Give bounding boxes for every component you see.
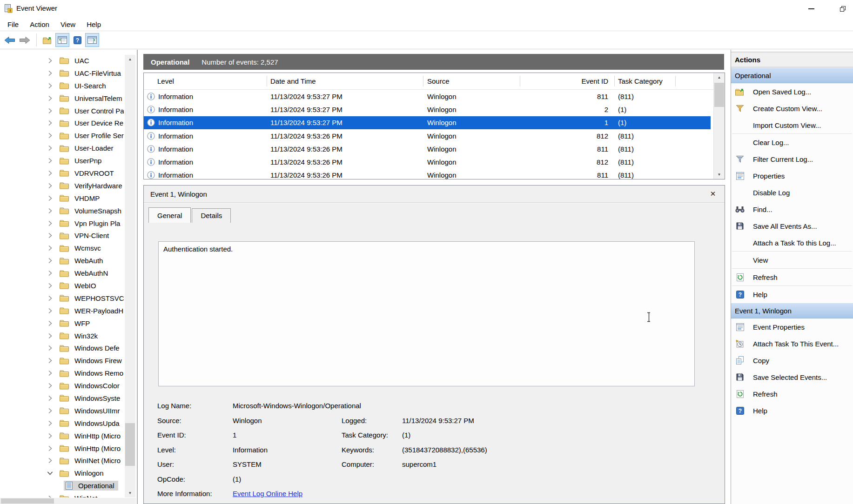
chevron-right-icon[interactable] bbox=[48, 120, 54, 126]
chevron-right-icon[interactable] bbox=[48, 183, 54, 189]
tree-horizontal-scrollbar[interactable] bbox=[0, 498, 124, 504]
tree-item-windowsuiimr[interactable]: WindowsUIImr bbox=[0, 405, 124, 417]
tree-node[interactable]: Windows Firew bbox=[58, 356, 124, 365]
column-header-date-and-time[interactable]: Date and Time bbox=[267, 77, 423, 85]
action-disable-log[interactable]: Disable Log bbox=[731, 184, 853, 201]
event-row[interactable]: Information11/13/2024 9:53:27 PMWinlogon… bbox=[144, 103, 711, 116]
action-import-custom-view[interactable]: Import Custom View... bbox=[731, 117, 853, 133]
scroll-up-icon[interactable]: ▲ bbox=[714, 73, 725, 82]
chevron-right-icon[interactable] bbox=[48, 95, 54, 101]
column-resize-handle[interactable] bbox=[614, 76, 615, 86]
chevron-right-icon[interactable] bbox=[48, 270, 54, 276]
chevron-right-icon[interactable] bbox=[48, 333, 54, 339]
tree-item-winnat[interactable]: WinNat bbox=[0, 492, 124, 497]
action-attach-task-to-this-event[interactable]: Attach Task To This Event... bbox=[731, 335, 853, 352]
tree-node[interactable]: WebAuth bbox=[58, 256, 107, 265]
tree-node[interactable]: WinHttp (Micro bbox=[58, 444, 124, 453]
action-refresh[interactable]: Refresh bbox=[731, 269, 853, 285]
scroll-up-icon[interactable]: ▲ bbox=[125, 55, 135, 64]
column-resize-handle[interactable] bbox=[675, 76, 676, 86]
table-scrollbar-thumb[interactable] bbox=[714, 83, 724, 107]
tree-node[interactable]: Vpn Plugin Pla bbox=[58, 219, 124, 228]
tree-item-windows-remo[interactable]: Windows Remo bbox=[0, 367, 124, 379]
chevron-right-icon[interactable] bbox=[48, 345, 54, 351]
help-button[interactable]: ? bbox=[70, 33, 84, 47]
tree-splitter[interactable] bbox=[137, 50, 138, 504]
tree-item-windows-firew[interactable]: Windows Firew bbox=[0, 354, 124, 367]
tab-details[interactable]: Details bbox=[192, 208, 231, 223]
action-help[interactable]: ?Help bbox=[731, 286, 853, 303]
scroll-down-icon[interactable]: ▼ bbox=[125, 489, 135, 497]
restore-button[interactable] bbox=[836, 3, 850, 15]
tree-node[interactable]: WinHttp (Micro bbox=[58, 431, 124, 441]
tree-node[interactable]: UAC bbox=[58, 56, 93, 66]
tree-node[interactable]: Wcmsvc bbox=[58, 243, 105, 253]
menu-item-help[interactable]: Help bbox=[81, 19, 107, 30]
tree-node[interactable]: User-Loader bbox=[58, 143, 117, 153]
event-log-online-help-link[interactable]: Event Log Online Help bbox=[233, 490, 487, 497]
tree-item-winlogon[interactable]: Winlogon bbox=[0, 467, 124, 479]
tree-node[interactable]: Winlogon bbox=[58, 468, 107, 478]
tree-item-wer-payloadh[interactable]: WER-PayloadH bbox=[0, 305, 124, 317]
chevron-right-icon[interactable] bbox=[48, 83, 54, 89]
tree-item-operational[interactable]: Operational bbox=[0, 479, 124, 492]
tree-item-wfp[interactable]: WFP bbox=[0, 317, 124, 330]
action-clear-log[interactable]: Clear Log... bbox=[731, 134, 853, 151]
tree-item-vdrvroot[interactable]: VDRVROOT bbox=[0, 167, 124, 179]
action-help[interactable]: ?Help bbox=[731, 402, 853, 419]
open-saved-log-button[interactable] bbox=[40, 33, 54, 47]
chevron-right-icon[interactable] bbox=[48, 208, 54, 214]
event-row[interactable]: Information11/13/2024 9:53:27 PMWinlogon… bbox=[144, 90, 711, 103]
column-header-level[interactable]: Level bbox=[144, 77, 267, 85]
tree-item-win32k[interactable]: Win32k bbox=[0, 330, 124, 342]
chevron-right-icon[interactable] bbox=[48, 320, 54, 326]
action-view[interactable]: View bbox=[731, 252, 853, 268]
tree-scrollbar-thumb[interactable] bbox=[125, 423, 135, 466]
chevron-right-icon[interactable] bbox=[48, 358, 54, 364]
tree-item-ui-search[interactable]: UI-Search bbox=[0, 80, 124, 92]
tree-node[interactable]: WinNat bbox=[58, 493, 101, 497]
tree-node[interactable]: WindowsUIImr bbox=[58, 406, 124, 416]
tree-node[interactable]: Windows Defe bbox=[58, 343, 123, 353]
tree-item-wcmsvc[interactable]: Wcmsvc bbox=[0, 242, 124, 254]
event-row[interactable]: Information11/13/2024 9:53:26 PMWinlogon… bbox=[144, 142, 711, 155]
action-save-all-events-as[interactable]: Save All Events As... bbox=[731, 218, 853, 234]
column-resize-handle[interactable] bbox=[423, 76, 423, 86]
menu-item-file[interactable]: File bbox=[2, 19, 24, 30]
chevron-right-icon[interactable] bbox=[48, 158, 54, 164]
tree-node[interactable]: WindowsColor bbox=[58, 381, 123, 391]
chevron-right-icon[interactable] bbox=[48, 195, 54, 201]
action-filter-current-log[interactable]: Filter Current Log... bbox=[731, 151, 853, 167]
action-find[interactable]: Find... bbox=[731, 201, 853, 218]
tree-node[interactable]: UAC-FileVirtua bbox=[58, 68, 124, 78]
tree-item-universaltelem[interactable]: UniversalTelem bbox=[0, 92, 124, 105]
chevron-right-icon[interactable] bbox=[48, 445, 54, 451]
column-header-source[interactable]: Source bbox=[423, 77, 520, 85]
action-section-operational[interactable]: Operational bbox=[731, 67, 853, 83]
tree-node[interactable]: VolumeSnapsh bbox=[58, 206, 124, 216]
scroll-down-icon[interactable]: ▼ bbox=[714, 170, 725, 179]
tree-item-wephostsvc[interactable]: WEPHOSTSVC bbox=[0, 292, 124, 305]
chevron-right-icon[interactable] bbox=[48, 232, 54, 239]
tree-item-verifyhardware[interactable]: VerifyHardware bbox=[0, 179, 124, 192]
tree-item-winhttp-micro[interactable]: WinHttp (Micro bbox=[0, 442, 124, 455]
tree-item-volumesnapsh[interactable]: VolumeSnapsh bbox=[0, 205, 124, 217]
chevron-right-icon[interactable] bbox=[48, 258, 54, 264]
tree-item-windowscolor[interactable]: WindowsColor bbox=[0, 379, 124, 392]
tree-hscrollbar-thumb[interactable] bbox=[1, 498, 54, 504]
tree-node[interactable]: User Profile Ser bbox=[58, 131, 124, 140]
menu-item-action[interactable]: Action bbox=[24, 19, 55, 30]
action-open-saved-log[interactable]: Open Saved Log... bbox=[731, 83, 853, 100]
chevron-right-icon[interactable] bbox=[48, 295, 54, 301]
show-action-pane-button[interactable] bbox=[85, 33, 99, 47]
tree-item-user-profile-ser[interactable]: User Profile Ser bbox=[0, 129, 124, 142]
tree-node[interactable]: WEPHOSTSVC bbox=[58, 293, 124, 303]
tree-node[interactable]: VDRVROOT bbox=[58, 168, 118, 178]
column-resize-handle[interactable] bbox=[520, 76, 520, 86]
table-vertical-scrollbar[interactable]: ▲ ▼ bbox=[713, 73, 725, 179]
tree-item-vpn-plugin-pla[interactable]: Vpn Plugin Pla bbox=[0, 217, 124, 230]
tree-item-webio[interactable]: WebIO bbox=[0, 279, 124, 292]
tree-node[interactable]: WindowsSyste bbox=[58, 393, 124, 403]
chevron-right-icon[interactable] bbox=[48, 395, 54, 401]
forward-arrow-button[interactable] bbox=[18, 33, 32, 47]
